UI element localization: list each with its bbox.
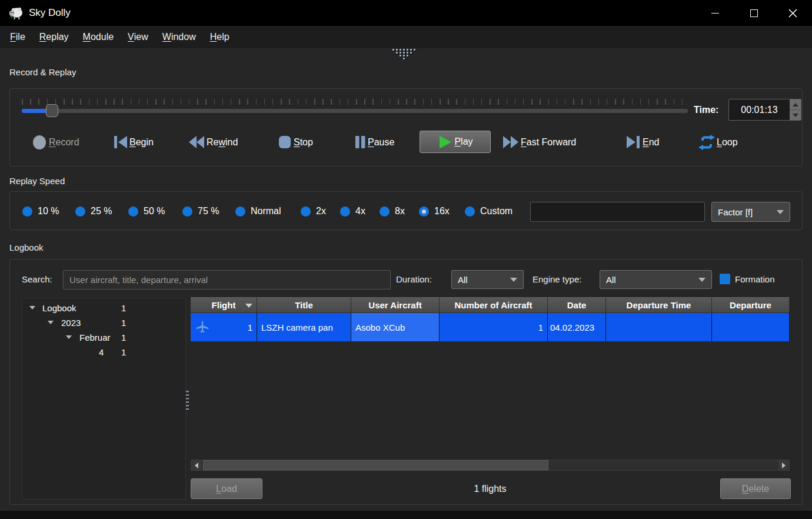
tree-item-label: 4 [99, 347, 104, 357]
speed-radio-8x[interactable]: 8x [380, 206, 405, 217]
column-header-user-aircraft[interactable]: User Aircraft [351, 297, 440, 313]
slider-thumb[interactable] [46, 104, 58, 117]
cell-value: Asobo XCub [355, 322, 405, 332]
cell-user-aircraft[interactable]: Asobo XCub [351, 313, 440, 341]
chevron-down-icon[interactable] [66, 335, 72, 339]
speed-unit-value: Factor [f] [718, 207, 753, 217]
time-spin-down-button[interactable] [790, 109, 801, 120]
menu-module[interactable]: Module [76, 26, 121, 48]
chevron-down-icon[interactable] [48, 321, 54, 324]
speed-radio-10-percent[interactable]: 10 % [22, 206, 59, 217]
load-button[interactable]: Load [191, 478, 262, 499]
custom-speed-input[interactable] [530, 202, 705, 222]
loop-label: Loop [717, 137, 738, 148]
scroll-right-button[interactable] [778, 460, 789, 470]
scroll-left-button[interactable] [191, 460, 202, 470]
cell-flight[interactable]: 1 [191, 313, 257, 341]
menu-replay[interactable]: Replay [32, 26, 76, 48]
menu-file[interactable]: File [3, 26, 32, 48]
cell-title[interactable]: LSZH camera pan [257, 313, 351, 341]
pause-button[interactable]: Pause [354, 131, 394, 153]
position-slider[interactable] [22, 109, 688, 113]
speed-radio-25-percent[interactable]: 25 % [75, 206, 112, 217]
formation-label: Formation [735, 274, 775, 284]
radio-icon [22, 207, 32, 217]
column-header-flight[interactable]: Flight [191, 297, 257, 313]
cell-departure[interactable] [712, 313, 790, 341]
record-circle-icon [31, 134, 48, 151]
dropdown-arrow-icon [698, 278, 705, 282]
column-header-label: Number of Aircraft [455, 300, 533, 310]
minimize-icon [711, 13, 719, 14]
column-header-date[interactable]: Date [548, 297, 606, 313]
duration-dropdown[interactable]: All [451, 270, 524, 289]
column-header-number-of-aircraft[interactable]: Number of Aircraft [440, 297, 548, 313]
tree-item-4[interactable]: 4 1 [22, 345, 185, 360]
cell-date[interactable]: 04.02.2023 [548, 313, 606, 341]
end-button[interactable]: End [625, 131, 659, 153]
speed-radio-normal[interactable]: Normal [235, 206, 281, 217]
slider-fill [22, 109, 49, 113]
radio-label: 4x [355, 206, 365, 217]
column-header-label: Date [567, 300, 587, 310]
speed-radio-50-percent[interactable]: 50 % [128, 206, 165, 217]
search-input[interactable] [63, 270, 391, 290]
speed-radio-2x[interactable]: 2x [301, 206, 326, 217]
column-header-departure[interactable]: Departure [712, 297, 790, 313]
loop-icon [698, 134, 716, 151]
radio-icon [301, 207, 311, 217]
scrollbar-thumb[interactable] [203, 460, 548, 470]
chevron-down-icon[interactable] [29, 306, 35, 310]
table-row[interactable]: 1 LSZH camera pan Asobo XCub 1 04.02.202… [191, 313, 790, 341]
minimize-button[interactable] [695, 0, 734, 26]
duration-value: All [458, 275, 468, 285]
begin-button[interactable]: Begin [112, 131, 154, 153]
table-header: Flight Title User Aircraft Number of Air… [191, 297, 790, 313]
menu-help[interactable]: Help [203, 26, 237, 48]
collapse-grip[interactable] [391, 49, 416, 58]
radio-icon [235, 207, 245, 217]
splitter-handle[interactable] [186, 391, 189, 410]
pause-label: Pause [368, 137, 394, 148]
speed-radio-75-percent[interactable]: 75 % [182, 206, 219, 217]
loop-button[interactable]: Loop [698, 131, 738, 153]
airplane-icon [195, 320, 210, 335]
horizontal-scrollbar[interactable] [191, 460, 790, 471]
radio-label: 8x [395, 206, 405, 217]
record-button[interactable]: Record [31, 131, 79, 153]
tree-item-februar[interactable]: Februar 1 [22, 330, 185, 345]
cell-departure-time[interactable] [606, 313, 712, 341]
radio-icon [75, 207, 85, 217]
dropdown-arrow-icon [510, 278, 517, 282]
column-header-title[interactable]: Title [257, 297, 351, 313]
stop-button[interactable]: Stop [277, 131, 313, 153]
fast-forward-button[interactable]: Fast Forward [502, 131, 576, 153]
tree-item-2023[interactable]: 2023 1 [22, 315, 185, 330]
time-spin-up-button[interactable] [790, 99, 801, 109]
engine-type-dropdown[interactable]: All [600, 270, 712, 289]
time-value-input[interactable] [729, 99, 790, 120]
menu-view[interactable]: View [121, 26, 155, 48]
logbook-section-title: Logbook [9, 242, 44, 252]
scrollbar-track[interactable] [202, 460, 778, 470]
maximize-button[interactable] [734, 0, 773, 26]
cell-number-of-aircraft[interactable]: 1 [440, 313, 548, 341]
chevron-down-icon [793, 114, 798, 117]
play-button[interactable]: Play [420, 131, 491, 153]
column-header-departure-time[interactable]: Departure Time [606, 297, 712, 313]
speed-unit-dropdown[interactable]: Factor [f] [711, 202, 790, 222]
record-replay-section-title: Record & Replay [9, 67, 76, 77]
radio-label: 2x [316, 206, 326, 217]
tree-item-logbook[interactable]: Logbook 1 [22, 301, 185, 315]
delete-button[interactable]: Delete [720, 478, 791, 499]
rewind-button[interactable]: Rewind [188, 131, 238, 153]
close-button[interactable] [773, 0, 812, 26]
replay-speed-group: 10 % 25 % 50 % 75 % Normal 2x 4x 8x 16x … [9, 191, 803, 230]
speed-radio-4x[interactable]: 4x [340, 206, 365, 217]
speed-radio-16x[interactable]: 16x [419, 206, 450, 217]
radio-label: 75 % [198, 206, 219, 217]
menu-window[interactable]: Window [155, 26, 203, 48]
speed-radio-custom[interactable]: Custom [465, 206, 513, 217]
radio-label: 50 % [144, 206, 165, 217]
formation-checkbox[interactable] [720, 274, 730, 284]
